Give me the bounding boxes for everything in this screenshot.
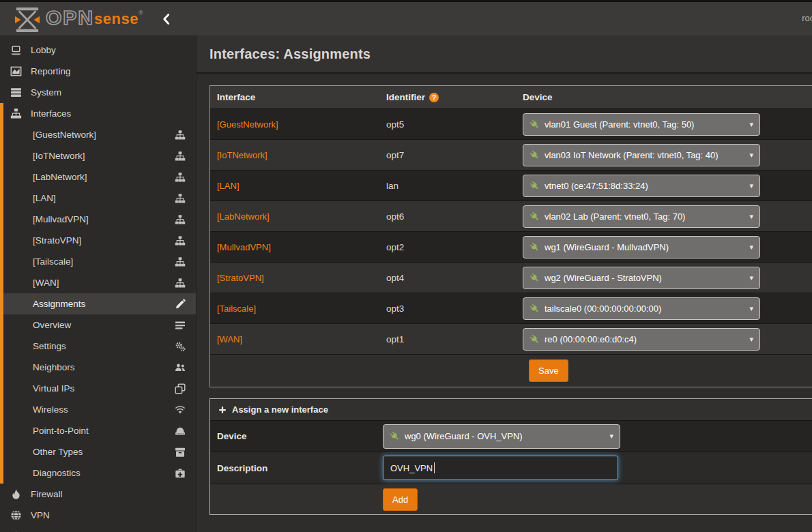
device-select-value: vlan03 IoT Network (Parent: vtnet0, Tag:… xyxy=(545,150,719,160)
caret-down-icon: ▾ xyxy=(744,335,753,344)
sidebar-subitem-icon xyxy=(175,193,186,204)
interface-link[interactable]: [StratoVPN] xyxy=(217,273,264,283)
sidebar-subitem[interactable]: [IoTNetwork] xyxy=(3,145,196,166)
plug-icon xyxy=(390,431,400,441)
page-title: Interfaces: Assignments xyxy=(209,46,371,62)
device-select-value: vtnet0 (ce:47:51:8d:33:24) xyxy=(545,181,648,191)
sidebar-item[interactable]: Lobby xyxy=(0,40,196,61)
opnsense-logo[interactable]: OPNsense® xyxy=(14,5,143,33)
sidebar-item-label: Lobby xyxy=(31,45,56,55)
caret-down-icon: ▾ xyxy=(604,432,613,441)
device-select[interactable]: vtnet0 (ce:47:51:8d:33:24) ▾ xyxy=(523,175,760,197)
sidebar-subitem[interactable]: [MullvadVPN] xyxy=(3,209,196,230)
sidebar-subitem[interactable]: Point-to-Point xyxy=(3,420,196,441)
sidebar-subitem[interactable]: [StratoVPN] xyxy=(3,230,196,251)
device-select[interactable]: wg2 (WireGuard - StratoVPN) ▾ xyxy=(523,267,760,289)
panel-header[interactable]: Assign a new interface xyxy=(210,399,812,421)
sidebar-subitem-icon xyxy=(175,151,186,162)
app-header: OPNsense® roo xyxy=(0,2,812,35)
caret-down-icon: ▾ xyxy=(744,304,753,313)
sidebar-subitem-label: Neighbors xyxy=(33,362,175,372)
save-row: Save xyxy=(210,355,812,387)
table-body: [GuestNetwork] opt5 vlan01 Guest (Parent… xyxy=(210,109,812,355)
save-button[interactable]: Save xyxy=(529,359,568,382)
caret-down-icon: ▾ xyxy=(744,151,753,160)
sidebar-item[interactable]: System xyxy=(0,82,196,103)
identifier-value: opt4 xyxy=(379,273,516,283)
new-device-select[interactable]: wg0 (WireGuard - OVH_VPN) ▾ xyxy=(383,424,620,449)
sidebar-item[interactable]: Services xyxy=(0,526,196,532)
sidebar-subitem[interactable]: [GuestNetwork] xyxy=(3,124,196,145)
device-select[interactable]: tailscale0 (00:00:00:00:00:00) ▾ xyxy=(523,297,760,320)
sidebar-subitem[interactable]: Other Types xyxy=(3,441,196,462)
sidebar: Lobby Reporting System Interfaces xyxy=(0,35,196,532)
device-select[interactable]: re0 (00:00:00:e0:d0:c4) ▾ xyxy=(523,328,760,351)
sidebar-subitem-label: [LAN] xyxy=(33,193,175,203)
device-select-value: re0 (00:00:00:e0:d0:c4) xyxy=(545,334,637,344)
interface-link[interactable]: [LAN] xyxy=(217,181,240,191)
sidebar-item[interactable]: Firewall xyxy=(0,484,196,505)
identifier-value: opt5 xyxy=(379,119,516,130)
sidebar-subitem[interactable]: [Tailscale] xyxy=(3,251,196,272)
sidebar-subitem-label: Virtual IPs xyxy=(33,383,175,394)
device-select-value: wg1 (WireGuard - MullvadVPN) xyxy=(545,242,669,252)
device-select[interactable]: vlan02 Lab (Parent: vtnet0, Tag: 70) ▾ xyxy=(523,205,760,228)
sidebar-subitem[interactable]: [LAN] xyxy=(3,188,196,209)
table-row: [LabNetwork] opt6 vlan02 Lab (Parent: vt… xyxy=(210,201,812,232)
sidebar-item[interactable]: Reporting xyxy=(0,61,196,82)
sidebar-subitem-icon xyxy=(175,362,186,373)
description-input[interactable]: OVH_VPN xyxy=(383,456,618,480)
sidebar-subitem[interactable]: Wireless xyxy=(3,399,196,420)
sidebar-subitem[interactable]: Virtual IPs xyxy=(3,378,196,399)
device-select-value: tailscale0 (00:00:00:00:00:00) xyxy=(545,304,661,314)
identifier-value: lan xyxy=(379,181,516,191)
sidebar-subitem[interactable]: Assignments xyxy=(3,293,196,314)
table-row: [WAN] opt1 re0 (00:00:00:e0:d0:c4) ▾ xyxy=(210,324,812,355)
interface-link[interactable]: [MullvadVPN] xyxy=(217,242,271,252)
sidebar-interfaces-children: [GuestNetwork] [IoTNetwork] [LabNetwork]… xyxy=(3,124,196,484)
sidebar-subitem-icon xyxy=(175,468,186,479)
sidebar-collapse-button[interactable] xyxy=(162,13,171,25)
interface-link[interactable]: [GuestNetwork] xyxy=(217,119,278,130)
sidebar-subitem-icon xyxy=(175,235,186,246)
sidebar-subitem[interactable]: Diagnostics xyxy=(3,462,196,484)
table-row: [IoTNetwork] opt7 vlan03 IoT Network (Pa… xyxy=(210,140,812,171)
sidebar-subitem[interactable]: [LabNetwork] xyxy=(3,166,196,188)
add-button[interactable]: Add xyxy=(383,488,418,511)
sidebar-item-interfaces[interactable]: Interfaces xyxy=(3,103,196,124)
user-menu[interactable]: roo xyxy=(802,13,812,23)
sidebar-subitem[interactable]: Overview xyxy=(3,314,196,336)
interface-link[interactable]: [Tailscale] xyxy=(217,304,256,314)
interface-link[interactable]: [WAN] xyxy=(217,334,242,344)
text-cursor xyxy=(434,462,435,473)
sidebar-subitem-icon xyxy=(175,320,186,331)
device-select[interactable]: vlan01 Guest (Parent: vtnet0, Tag: 50) ▾ xyxy=(523,113,760,136)
interface-link[interactable]: [IoTNetwork] xyxy=(217,150,267,160)
device-select[interactable]: vlan03 IoT Network (Parent: vtnet0, Tag:… xyxy=(523,144,760,166)
sidebar-subitem-icon xyxy=(175,172,186,183)
plug-icon xyxy=(530,150,540,160)
panel-title: Assign a new interface xyxy=(232,404,328,415)
sidebar-subitem[interactable]: [WAN] xyxy=(3,272,196,293)
device-row: Device wg0 (WireGuard - OVH_VPN) ▾ xyxy=(210,421,812,452)
device-label: Device xyxy=(210,431,383,441)
sidebar-subitem-icon xyxy=(175,299,186,310)
sidebar-subitem[interactable]: Neighbors xyxy=(3,357,196,378)
table-row: [MullvadVPN] opt2 wg1 (WireGuard - Mullv… xyxy=(210,232,812,263)
sidebar-subitem-label: Settings xyxy=(33,341,175,351)
identifier-value: opt3 xyxy=(379,304,516,314)
identifier-value: opt1 xyxy=(379,334,516,344)
sidebar-item-icon xyxy=(10,509,22,521)
sidebar-item[interactable]: VPN xyxy=(0,505,196,526)
sidebar-item-label: Firewall xyxy=(31,489,63,499)
device-select[interactable]: wg1 (WireGuard - MullvadVPN) ▾ xyxy=(523,236,760,258)
sidebar-subitem-label: [LabNetwork] xyxy=(33,172,175,182)
interface-link[interactable]: [LabNetwork] xyxy=(217,211,270,222)
help-icon[interactable]: ? xyxy=(429,93,439,102)
sidebar-subitem[interactable]: Settings xyxy=(3,336,196,357)
new-device-select-value: wg0 (WireGuard - OVH_VPN) xyxy=(405,431,523,441)
sidebar-subitem-label: [IoTNetwork] xyxy=(33,151,175,161)
plug-icon xyxy=(530,242,540,252)
table-header: Interface Identifier ? Device xyxy=(210,86,812,109)
caret-down-icon: ▾ xyxy=(744,212,753,221)
